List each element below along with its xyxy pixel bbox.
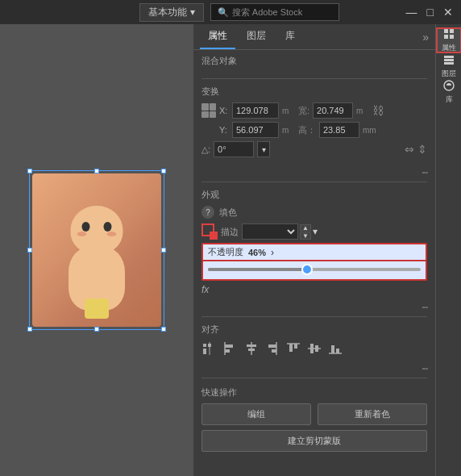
stroke-up-arrow[interactable]: ▲ bbox=[300, 224, 311, 232]
svg-rect-23 bbox=[450, 29, 454, 33]
stroke-select[interactable] bbox=[242, 223, 298, 240]
side-btn-library[interactable]: 库 bbox=[436, 79, 461, 105]
transform-more-btn[interactable]: ··· bbox=[193, 165, 435, 180]
svg-rect-20 bbox=[336, 349, 339, 353]
width-unit: m bbox=[356, 106, 369, 115]
align-right-icon[interactable] bbox=[264, 340, 280, 357]
align-row bbox=[201, 340, 427, 357]
x-input[interactable] bbox=[232, 102, 279, 119]
canvas-area bbox=[0, 24, 193, 476]
canvas-image-wrapper bbox=[32, 173, 161, 327]
handle-bottom-right[interactable] bbox=[161, 327, 166, 332]
align-more-btn[interactable]: ··· bbox=[193, 361, 435, 376]
properties-panel: 属性 图层 库 » 混合对象 变换 X: m bbox=[193, 24, 435, 476]
question-icon[interactable]: ? bbox=[201, 206, 214, 219]
quick-actions-label: 快速操作 bbox=[201, 386, 427, 399]
svg-rect-10 bbox=[268, 344, 276, 348]
svg-rect-11 bbox=[272, 349, 276, 353]
divider-2 bbox=[201, 182, 427, 182]
svg-rect-27 bbox=[444, 59, 454, 61]
maximize-button[interactable]: □ bbox=[427, 6, 434, 19]
close-button[interactable]: ✕ bbox=[443, 6, 453, 19]
x-label: X: bbox=[219, 106, 229, 115]
align-bottom-icon[interactable] bbox=[327, 340, 343, 357]
flip-horizontal-icon[interactable]: ⇔ bbox=[405, 143, 414, 156]
minimize-button[interactable]: — bbox=[406, 6, 417, 19]
opacity-row: 不透明度 46% › bbox=[201, 243, 427, 261]
opacity-slider-container bbox=[201, 261, 427, 281]
align-middle-v-icon[interactable] bbox=[306, 340, 322, 357]
svg-rect-0 bbox=[203, 344, 206, 347]
char-blush-right bbox=[107, 232, 117, 236]
tab-properties[interactable]: 属性 bbox=[200, 24, 235, 49]
divider-3 bbox=[201, 316, 427, 317]
align-left-icon[interactable] bbox=[222, 340, 239, 357]
height-input[interactable] bbox=[319, 122, 359, 138]
blend-object-section: 混合对象 bbox=[193, 50, 435, 77]
handle-bottom-left[interactable] bbox=[27, 327, 32, 332]
height-label: 高： bbox=[298, 124, 316, 136]
opacity-slider[interactable] bbox=[208, 268, 421, 271]
y-label: Y: bbox=[219, 125, 229, 135]
character-image bbox=[32, 173, 161, 327]
svg-rect-24 bbox=[444, 35, 448, 39]
svg-rect-14 bbox=[294, 344, 297, 349]
char-item bbox=[85, 299, 109, 319]
handle-top-left[interactable] bbox=[27, 169, 32, 173]
window-controls: — □ ✕ bbox=[406, 6, 453, 19]
side-btn-properties[interactable]: 属性 bbox=[436, 27, 461, 53]
stroke-dropdown: ▲ ▼ ▾ bbox=[242, 223, 318, 240]
svg-rect-19 bbox=[331, 345, 334, 353]
width-label: 宽: bbox=[298, 105, 309, 117]
align-center-h-icon[interactable] bbox=[243, 340, 260, 357]
appearance-label: 外观 bbox=[201, 189, 427, 201]
transform-label: 变换 bbox=[201, 86, 427, 98]
align-distribute-icon[interactable] bbox=[201, 340, 218, 357]
x-unit: m bbox=[282, 106, 295, 115]
width-input[interactable] bbox=[313, 102, 353, 119]
handle-top-right[interactable] bbox=[161, 169, 166, 173]
appearance-more-btn[interactable]: ··· bbox=[193, 300, 435, 315]
handle-bottom-middle[interactable] bbox=[94, 327, 99, 332]
tab-library[interactable]: 库 bbox=[277, 24, 303, 49]
angle-dropdown-btn[interactable]: ▾ bbox=[257, 141, 270, 157]
height-unit: mm bbox=[363, 126, 376, 135]
panel-expand-icon[interactable]: » bbox=[422, 31, 429, 44]
divider-1 bbox=[201, 78, 427, 79]
library-icon bbox=[442, 79, 455, 94]
y-input[interactable] bbox=[232, 122, 279, 138]
top-bar: 基本功能 ▾ 🔍 搜索 Adobe Stock — □ ✕ bbox=[0, 0, 461, 24]
fx-row: fx bbox=[201, 284, 427, 295]
side-btn-layers[interactable]: 图层 bbox=[436, 53, 461, 79]
svg-rect-22 bbox=[444, 29, 448, 33]
opacity-slider-fill bbox=[208, 268, 305, 271]
lock-aspect-icon[interactable]: ⛓ bbox=[372, 104, 384, 117]
svg-rect-4 bbox=[225, 344, 233, 348]
opacity-slider-thumb[interactable] bbox=[301, 264, 313, 275]
quick-actions-section: 快速操作 编组 重新着色 建立剪切蒙版 bbox=[193, 380, 435, 458]
char-blush-left bbox=[77, 232, 87, 236]
recolor-button[interactable]: 重新着色 bbox=[318, 403, 427, 425]
stroke-dropdown-arrow[interactable]: ▾ bbox=[313, 226, 318, 237]
stroke-row: 描边 ▲ ▼ ▾ bbox=[201, 223, 427, 240]
clipping-mask-button[interactable]: 建立剪切蒙版 bbox=[201, 430, 427, 452]
basic-func-button[interactable]: 基本功能 ▾ bbox=[139, 3, 204, 22]
fill-label: 填色 bbox=[219, 207, 237, 219]
angle-symbol: △: bbox=[201, 144, 210, 155]
align-top-icon[interactable] bbox=[285, 340, 301, 357]
svg-rect-26 bbox=[444, 56, 454, 58]
angle-input[interactable] bbox=[214, 141, 254, 157]
opacity-expand-icon[interactable]: › bbox=[271, 247, 274, 258]
search-icon: 🔍 bbox=[218, 7, 229, 18]
group-button[interactable]: 编组 bbox=[201, 403, 311, 425]
tab-layers[interactable]: 图层 bbox=[239, 24, 274, 49]
align-section: 对齐 bbox=[193, 319, 435, 361]
search-box[interactable]: 🔍 搜索 Adobe Stock bbox=[210, 3, 339, 21]
stroke-color-icon[interactable] bbox=[201, 223, 218, 240]
flip-vertical-icon[interactable]: ⇕ bbox=[417, 143, 427, 156]
opacity-label: 不透明度 bbox=[208, 246, 243, 258]
stroke-down-arrow[interactable]: ▼ bbox=[300, 232, 311, 240]
transform-section: 变换 X: m 宽: m ⛓ Y: bbox=[193, 81, 435, 165]
handle-middle-right[interactable] bbox=[161, 248, 166, 253]
stroke-up-down: ▲ ▼ bbox=[300, 224, 311, 240]
